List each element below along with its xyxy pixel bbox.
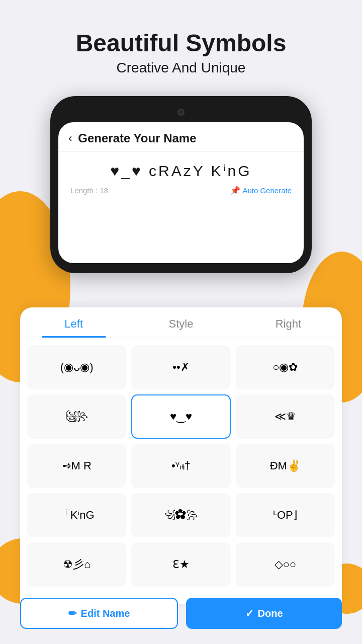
- phone-camera: [177, 109, 185, 116]
- edit-name-button[interactable]: ✏ Edit Name: [20, 598, 178, 629]
- phone-container: ‹ Generate Your Name ♥_♥ cRAzY KⁱnG Leng…: [0, 96, 362, 273]
- symbol-cell-10[interactable]: ꧁✿꧂: [131, 493, 230, 537]
- symbol-cell-12[interactable]: ☢彡⌂: [27, 542, 126, 587]
- tab-right[interactable]: Right: [235, 307, 342, 338]
- main-title: Beautiful Symbols: [0, 30, 362, 57]
- symbol-cell-4[interactable]: ♥‿♥: [131, 394, 230, 439]
- symbol-cell-7[interactable]: •ᵞᵢᵼ†: [131, 444, 230, 488]
- screen-title: Generate Your Name: [78, 131, 196, 145]
- phone-screen: ‹ Generate Your Name ♥_♥ cRAzY KⁱnG Leng…: [58, 122, 304, 263]
- done-button[interactable]: ✓ Done: [186, 598, 342, 629]
- phone-notch-bar: [58, 105, 304, 119]
- symbol-cell-11[interactable]: ᴸOP⌋: [236, 493, 335, 537]
- check-icon: ✓: [245, 607, 254, 619]
- tab-left[interactable]: Left: [20, 307, 127, 338]
- back-arrow-icon[interactable]: ‹: [68, 132, 72, 145]
- auto-generate-button[interactable]: 📌 Auto Generate: [230, 186, 292, 195]
- symbol-cell-2[interactable]: ○◉✿: [236, 345, 335, 389]
- phone-notch: [151, 105, 211, 119]
- symbol-cell-1[interactable]: ••✗: [131, 345, 230, 389]
- symbol-cell-8[interactable]: ĐM✌: [236, 444, 335, 488]
- symbol-cell-3[interactable]: ꧁ꦿ꧂: [27, 394, 126, 439]
- symbol-cell-6[interactable]: ➺M R: [27, 444, 126, 488]
- sub-title: Creative And Unique: [0, 60, 362, 76]
- symbol-cell-0[interactable]: (◉ᴗ◉): [27, 345, 126, 389]
- symbol-cell-9[interactable]: 「KⁱnG: [27, 493, 126, 537]
- bottom-buttons: ✏ Edit Name ✓ Done: [0, 590, 362, 644]
- page-root: Beautiful Symbols Creative And Unique ‹ …: [0, 0, 362, 644]
- pin-icon: 📌: [230, 186, 240, 195]
- phone-frame: ‹ Generate Your Name ♥_♥ cRAzY KⁱnG Leng…: [50, 96, 312, 273]
- tabs-bar: Left Style Right: [20, 307, 342, 338]
- screen-header: ‹ Generate Your Name: [58, 122, 304, 152]
- symbol-cell-14[interactable]: ◇○○: [236, 542, 335, 587]
- bottom-panel: Left Style Right (◉ᴗ◉) ••✗ ○◉✿ ꧁ꦿ꧂: [20, 307, 342, 604]
- symbol-cell-13[interactable]: Ɛ★: [131, 542, 230, 587]
- symbol-grid: (◉ᴗ◉) ••✗ ○◉✿ ꧁ꦿ꧂ ♥‿♥ ≪♛ ➺M R •ᵞᵢᵼ†: [20, 338, 342, 594]
- name-length: Length : 18: [70, 186, 108, 195]
- tab-style[interactable]: Style: [127, 307, 234, 338]
- name-display: ♥_♥ cRAzY KⁱnG: [58, 152, 304, 184]
- header-section: Beautiful Symbols Creative And Unique: [0, 0, 362, 86]
- symbol-cell-5[interactable]: ≪♛: [236, 394, 335, 439]
- edit-icon: ✏: [68, 607, 77, 619]
- name-meta: Length : 18 📌 Auto Generate: [58, 184, 304, 203]
